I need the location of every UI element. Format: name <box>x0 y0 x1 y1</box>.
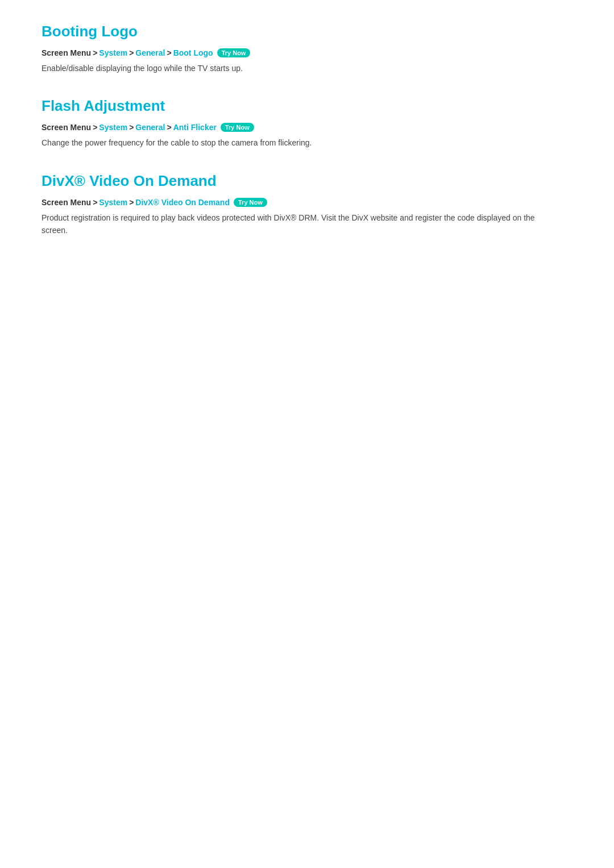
breadcrumb-link-general-2[interactable]: General <box>135 123 165 132</box>
try-now-badge-3[interactable]: Try Now <box>234 198 267 207</box>
breadcrumb-sep-2c: > <box>167 123 171 132</box>
section-title-divx-vod: DivX® Video On Demand <box>42 172 572 190</box>
breadcrumb-link-system-3[interactable]: System <box>99 198 127 207</box>
breadcrumb-sep-1b: > <box>129 48 134 57</box>
breadcrumb-sep-2a: > <box>93 123 97 132</box>
section-booting-logo: Booting Logo Screen Menu > System > Gene… <box>42 23 572 74</box>
section-title-booting-logo: Booting Logo <box>42 23 572 40</box>
breadcrumb-booting-logo: Screen Menu > System > General > Boot Lo… <box>42 48 572 57</box>
section-flash-adjustment: Flash Adjustment Screen Menu > System > … <box>42 97 572 149</box>
breadcrumb-screen-menu-3: Screen Menu <box>42 198 91 207</box>
breadcrumb-sep-1c: > <box>167 48 171 57</box>
try-now-badge-2[interactable]: Try Now <box>221 123 254 132</box>
description-flash-adjustment: Change the power frequency for the cable… <box>42 136 553 149</box>
page-content: Booting Logo Screen Menu > System > Gene… <box>42 23 572 237</box>
section-divx-vod: DivX® Video On Demand Screen Menu > Syst… <box>42 172 572 237</box>
breadcrumb-link-system-2[interactable]: System <box>99 123 127 132</box>
description-divx-vod: Product registration is required to play… <box>42 211 553 237</box>
breadcrumb-flash-adjustment: Screen Menu > System > General > Anti Fl… <box>42 123 572 132</box>
breadcrumb-divx-vod: Screen Menu > System > DivX® Video On De… <box>42 198 572 207</box>
breadcrumb-sep-2b: > <box>129 123 134 132</box>
breadcrumb-sep-1a: > <box>93 48 97 57</box>
breadcrumb-screen-menu-2: Screen Menu <box>42 123 91 132</box>
breadcrumb-link-anti-flicker[interactable]: Anti Flicker <box>173 123 217 132</box>
breadcrumb-link-divx-vod[interactable]: DivX® Video On Demand <box>135 198 230 207</box>
try-now-badge-1[interactable]: Try Now <box>217 48 251 57</box>
breadcrumb-sep-3b: > <box>129 198 134 207</box>
breadcrumb-link-boot-logo[interactable]: Boot Logo <box>173 48 213 57</box>
breadcrumb-link-general-1[interactable]: General <box>135 48 165 57</box>
section-title-flash-adjustment: Flash Adjustment <box>42 97 572 115</box>
breadcrumb-sep-3a: > <box>93 198 97 207</box>
breadcrumb-screen-menu-1: Screen Menu <box>42 48 91 57</box>
breadcrumb-link-system-1[interactable]: System <box>99 48 127 57</box>
description-booting-logo: Enable/disable displaying the logo while… <box>42 62 553 74</box>
